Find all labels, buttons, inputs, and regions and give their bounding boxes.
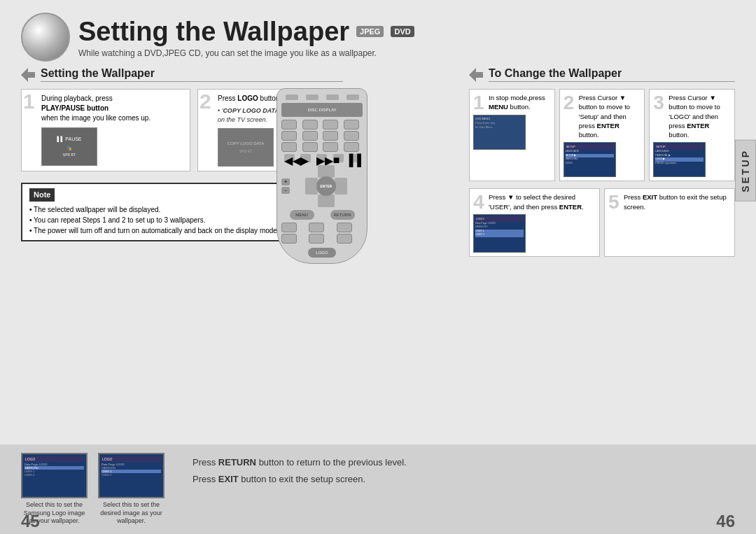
r-step-1-content: In stop mode,press MENU button. (473, 93, 551, 112)
exit-text: Press EXIT button to exit the setup scre… (192, 473, 735, 486)
bs1-title: LOGO (24, 456, 84, 462)
step-2-bold: LOGO (237, 94, 258, 102)
right-step-3: 3 Press Cursor ▼ button to move to 'LOGO… (649, 89, 735, 181)
bs2-title: LOGO (102, 456, 161, 462)
copy-logo-screen: COPY LOGO DATA SPD RT (218, 128, 274, 167)
r-step-3-text: Press Cursor ▼ button to move to 'LOGO' … (668, 94, 720, 139)
r-step-1-text: In stop mode,press MENU button. (489, 94, 545, 111)
step-1-bold: PLAY/PAUSE button (41, 104, 108, 112)
header: Setting the Wallpaper JPEG DVD While wat… (0, 0, 756, 67)
right-section-header: To Change the Wallpaper (469, 67, 735, 82)
r-step-4-num: 4 (473, 192, 484, 212)
bottom-screen-1: LOGO Data Page: LOGO SAMSUNG USER 1 USER… (21, 453, 88, 498)
btn-ff[interactable]: ▶▶ (316, 154, 327, 162)
user-row-sel: USER 2 (475, 233, 524, 237)
svg-marker-0 (21, 68, 35, 82)
right-step-1: 1 In stop mode,press MENU button. DVD ME… (469, 89, 555, 181)
menu-btn[interactable]: MENU (290, 210, 314, 220)
left-section-header: Setting the Wallpaper (21, 67, 343, 82)
r-step-2-text: Press Cursor ▼ button to move to 'Setup'… (579, 94, 630, 139)
right-panel: To Change the Wallpaper 1 In stop mode,p… (462, 67, 742, 444)
jpeg-badge: JPEG (356, 26, 384, 37)
btn-play[interactable]: ▶ (300, 154, 311, 162)
remote-btn-h (344, 131, 359, 141)
main-title: Setting the Wallpaper JPEG DVD (78, 17, 414, 47)
remote-btn-a (281, 120, 297, 129)
step-1-block: 1 During playback, press PLAY/PAUSE butt… (21, 89, 190, 171)
btn-stop[interactable]: ■ (333, 154, 344, 162)
return-btn[interactable]: RETURN (330, 210, 355, 220)
remote-btn-4 (346, 94, 359, 100)
remote-control: DISC DISPLAY (276, 88, 368, 264)
step-2-pre: Press (218, 94, 237, 102)
r-step-5-num: 5 (608, 192, 620, 212)
remote-display-label: DISC DISPLAY (308, 108, 337, 112)
remote-btn-k (323, 142, 338, 152)
right-arrow-icon (469, 68, 483, 82)
dpad-down[interactable] (318, 195, 335, 207)
svg-marker-1 (469, 68, 483, 82)
dpad-enter[interactable]: ENTER (316, 176, 336, 196)
volume-controls: + - (281, 178, 290, 194)
step2-screen-img: SETUP LANGUAGE SETUP ▶ PARENTAL LOGO (564, 142, 616, 177)
r-step-1-num: 1 (473, 93, 484, 113)
right-step-4: 4 Press ▼ to select the desired 'USER', … (469, 188, 600, 257)
right-step-5: 5 Press EXIT button to exit the setup sc… (604, 188, 735, 257)
r-step-3-num: 3 (653, 93, 664, 113)
extra-btn-4 (281, 234, 297, 244)
remote-btn-b (302, 120, 318, 129)
title-text: Setting the Wallpaper (78, 17, 349, 47)
dpad-right[interactable] (335, 178, 347, 195)
setup-row: LOGO (566, 162, 614, 166)
main-content: Setting the Wallpaper 1 During playback,… (0, 67, 756, 444)
bottom-right: Press RETURN button to return to the pre… (192, 453, 735, 490)
left-section-title: Setting the Wallpaper (41, 67, 343, 82)
right-bottom-steps: 4 Press ▼ to select the desired 'USER', … (469, 188, 735, 257)
r-step-2-content: Press Cursor ▼ button to move to 'Setup'… (564, 93, 641, 139)
extra-btn-2 (309, 223, 324, 232)
step3-screen: SETUP LANGUAGE PARENTAL ▶ LOGO ▶ ENG/IS … (653, 142, 731, 177)
bottom-btns: MENU RETURN (281, 210, 363, 220)
extra-btn-5 (309, 234, 324, 244)
step-2-number: 2 (200, 91, 211, 112)
vol-dn[interactable]: - (281, 187, 290, 194)
step3-screen-img: SETUP LANGUAGE PARENTAL ▶ LOGO ▶ ENG/IS … (653, 142, 706, 177)
remote-btn-j (302, 142, 318, 152)
dpad: ENTER (305, 165, 347, 207)
remote-btn-c (323, 120, 338, 129)
screen-row: for Disc Menu (475, 125, 524, 129)
vol-up[interactable]: + (281, 178, 290, 185)
btn-pause[interactable]: ▌▌ (349, 154, 360, 162)
remote-btn-e (281, 131, 297, 141)
remote-btn-g (323, 131, 338, 141)
pause-screen: ▌▌ PAUSE 🎭 SPD RT (41, 127, 97, 166)
remote-container: DISC DISPLAY (266, 88, 378, 264)
right-step-2: 2 Press Cursor ▼ button to move to 'Setu… (559, 89, 645, 181)
remote-top (281, 94, 363, 100)
r-step-5-text: Press EXIT button to exit the setup scre… (624, 193, 727, 210)
remote-display: DISC DISPLAY (281, 103, 363, 117)
remote-btn-grid (281, 120, 363, 152)
btn-rew[interactable]: ◀◀ (284, 154, 295, 162)
page-container: Setting the Wallpaper JPEG DVD While wat… (0, 0, 756, 534)
step-1-content: During playback, press PLAY/PAUSE button… (41, 94, 184, 123)
remote-btn-f (302, 131, 318, 141)
logo-btn-area: LOGO (281, 248, 363, 258)
subtitle: While watching a DVD,JPEG CD, you can se… (78, 48, 414, 58)
dvd-badge: DVD (391, 26, 414, 37)
remote-btn-l (344, 142, 359, 152)
logo-button[interactable]: LOGO (308, 248, 336, 258)
note-label: Note (29, 188, 55, 202)
step2-screen: SETUP LANGUAGE SETUP ▶ PARENTAL LOGO (564, 142, 641, 177)
r-step-4-text: Press ▼ to select the desired 'USER', an… (489, 193, 584, 210)
step4-screen: LOGO Data Page: LOGO SAMSUNG USER 1 USER… (473, 214, 596, 253)
step-1-post: when the image you like comes up. (41, 114, 150, 122)
header-text-block: Setting the Wallpaper JPEG DVD While wat… (78, 17, 414, 58)
remote-btn-d (344, 120, 359, 129)
bottom-screen-2: LOGO Data Page: LOGO SAMSUNG USER 1 USER… (98, 453, 164, 498)
page-numbers: 45 46 (0, 509, 756, 534)
return-text: Press RETURN button to return to the pre… (192, 456, 735, 469)
r-step-3-content: Press Cursor ▼ button to move to 'LOGO' … (653, 93, 731, 139)
extra-btn-6 (337, 234, 352, 244)
bs2-user2: USER 2 (102, 473, 161, 477)
